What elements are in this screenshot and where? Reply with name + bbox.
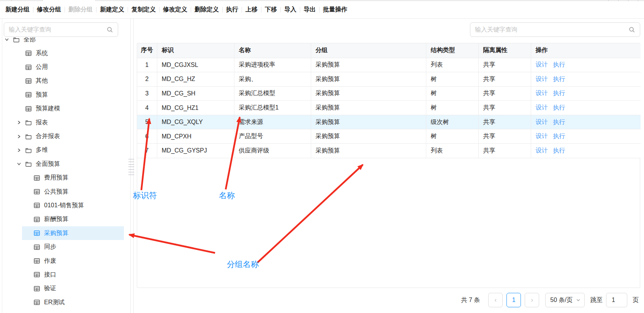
table-row[interactable]: 1MD_CGJXSL采购进项税率采购预算列表共享设计执行 <box>137 58 641 72</box>
caret-right-icon[interactable] <box>17 134 25 139</box>
column-header: 隔离属性 <box>478 43 531 58</box>
cell-operations: 设计执行 <box>531 115 641 129</box>
cell-structure-type: 树 <box>426 129 478 144</box>
cell-structure-type: 列表 <box>426 58 478 72</box>
design-link[interactable]: 设计 <box>536 90 548 96</box>
cell-structure-type: 级次树 <box>426 115 478 129</box>
toolbar-button-7[interactable]: 删除定义 <box>195 6 219 14</box>
tree-item[interactable]: 费用预算 <box>0 171 128 185</box>
caret-right-icon[interactable] <box>17 148 25 153</box>
execute-link[interactable]: 执行 <box>553 119 565 125</box>
tree-item-label: 公共预算 <box>44 188 68 196</box>
tree-item-label: 多维 <box>36 146 48 154</box>
left-edge-line <box>2 19 2 313</box>
cell-isolation: 共享 <box>478 58 531 72</box>
table-row[interactable]: 3MD_CG_SH采购汇总模型采购预算树共享设计执行 <box>137 86 641 101</box>
tree-item[interactable]: 全面预算 <box>0 157 128 171</box>
cell-name: 采购进项税率 <box>234 58 311 72</box>
tree-item[interactable]: 0101-销售预算 <box>0 199 128 212</box>
caret-down-icon[interactable] <box>17 162 25 166</box>
toolbar-button-6[interactable]: 修改定义 <box>163 6 187 14</box>
cell-name: 需求来源 <box>234 115 311 129</box>
execute-link[interactable]: 执行 <box>553 76 565 82</box>
table-icon <box>25 64 32 71</box>
design-link[interactable]: 设计 <box>536 147 548 154</box>
search-icon[interactable] <box>628 26 635 33</box>
toolbar-button-8[interactable]: 执行 <box>226 6 238 14</box>
tree-item[interactable]: 作废 <box>0 254 128 268</box>
cell-name: 采购、 <box>234 72 311 87</box>
design-link[interactable]: 设计 <box>536 119 548 125</box>
folder-icon <box>13 37 20 43</box>
tree-item[interactable]: 报表 <box>0 116 128 129</box>
execute-link[interactable]: 执行 <box>553 90 565 96</box>
toolbar-button-13[interactable]: 批量操作 <box>323 6 347 14</box>
toolbar-button-11[interactable]: 导入 <box>284 6 296 14</box>
tree-item[interactable]: 其他 <box>0 74 128 88</box>
tree-item[interactable]: 系统 <box>0 46 128 60</box>
chevron-right-icon: › <box>531 296 533 304</box>
page-size-select[interactable]: 50 条/页 <box>545 293 585 307</box>
tree-item[interactable]: 预算 <box>0 88 128 102</box>
caret-right-icon[interactable] <box>17 120 25 125</box>
toolbar-button-12[interactable]: 导出 <box>304 6 316 14</box>
tree-item[interactable]: 预算建模 <box>0 102 128 116</box>
table-row[interactable]: 2MD_CG_HZ采购、采购预算树共享设计执行 <box>137 72 641 87</box>
table-icon <box>33 202 40 209</box>
toolbar-button-9[interactable]: 上移 <box>245 6 258 14</box>
table-icon <box>33 285 40 292</box>
cell-isolation: 共享 <box>478 101 531 115</box>
tree-item[interactable]: 采购预算 <box>0 226 128 240</box>
table-row[interactable]: 6MD_CPXH产品型号采购预算树共享设计执行 <box>137 129 641 144</box>
tree-item[interactable]: 公用 <box>0 60 128 74</box>
execute-link[interactable]: 执行 <box>553 147 565 154</box>
search-icon[interactable] <box>106 26 113 33</box>
main-search-input[interactable] <box>470 26 628 33</box>
next-page-button[interactable]: › <box>525 293 539 307</box>
table-row[interactable]: 7MD_CG_GYSPJ供应商评级采购预算列表共享设计执行 <box>137 144 641 158</box>
toolbar-button-10[interactable]: 下移 <box>265 6 277 14</box>
toolbar-button-2[interactable]: 修改分组 <box>37 6 61 14</box>
toolbar-separator <box>33 7 33 13</box>
tree-item[interactable]: 薪酬预算 <box>0 213 128 226</box>
page-number-button[interactable]: 1 <box>506 293 521 307</box>
table-row[interactable]: 5MD_CG_XQLY需求来源采购预算级次树共享设计执行 <box>137 115 641 129</box>
tree-item[interactable]: 验证 <box>0 282 128 296</box>
design-link[interactable]: 设计 <box>536 104 548 111</box>
tree-item[interactable]: 公共预算 <box>0 185 128 199</box>
execute-link[interactable]: 执行 <box>553 133 565 139</box>
tree-item-label: 报表 <box>36 119 48 127</box>
table-row[interactable]: 4MD_CG_HZ1采购汇总模型1采购预算树共享设计执行 <box>137 101 641 115</box>
tree-item[interactable]: 接口 <box>0 268 128 281</box>
splitter-grip[interactable] <box>128 159 134 175</box>
tree-item[interactable]: 多维 <box>0 143 128 157</box>
tree-item[interactable]: 同步 <box>0 240 128 254</box>
toolbar-button-4[interactable]: 新建定义 <box>100 6 124 14</box>
annotation-label: 标识符 <box>133 190 157 201</box>
design-link[interactable]: 设计 <box>536 76 548 82</box>
jump-to-label: 跳至 <box>590 296 603 304</box>
table-icon <box>25 105 32 112</box>
cell-isolation: 共享 <box>478 144 531 158</box>
design-link[interactable]: 设计 <box>536 61 548 68</box>
cell-identifier: MD_CG_HZ1 <box>157 101 234 115</box>
toolbar-button-5[interactable]: 复制定义 <box>131 6 156 14</box>
cell-name: 采购汇总模型 <box>234 86 311 101</box>
column-header: 操作 <box>531 43 641 58</box>
design-link[interactable]: 设计 <box>536 133 548 139</box>
tree-item[interactable]: 全部 <box>0 37 128 46</box>
prev-page-button[interactable]: ‹ <box>488 293 503 307</box>
toolbar-button-1[interactable]: 新建分组 <box>5 6 30 14</box>
execute-link[interactable]: 执行 <box>553 104 565 111</box>
chevron-left-icon: ‹ <box>494 296 497 304</box>
tree-item[interactable]: 合并报表 <box>0 129 128 143</box>
jump-to-page-input[interactable] <box>606 293 627 307</box>
sidebar-panel: 全部 系统公用其他预算预算建模报表合并报表多维全面预算费用预算公共预算0101-… <box>0 19 128 313</box>
tree-item[interactable]: ER测试 <box>0 296 128 309</box>
caret-down-icon[interactable] <box>5 37 13 42</box>
sidebar-search-input[interactable] <box>4 26 106 33</box>
execute-link[interactable]: 执行 <box>553 61 565 68</box>
cell-operations: 设计执行 <box>531 58 641 72</box>
page-size-value: 50 条/页 <box>550 296 573 304</box>
table-icon <box>33 257 40 264</box>
